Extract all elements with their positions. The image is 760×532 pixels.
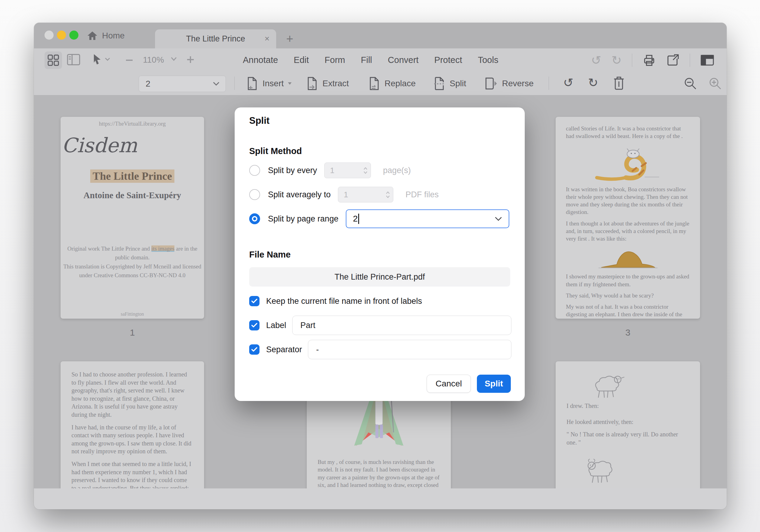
zoom-out-page-icon[interactable]	[684, 76, 697, 90]
checkbox-label[interactable]	[249, 320, 260, 331]
separator-input[interactable]: -	[308, 340, 511, 359]
menu-tools[interactable]: Tools	[478, 55, 499, 65]
page1-notes: Original work The Little Prince and its …	[61, 244, 204, 280]
cancel-button[interactable]: Cancel	[427, 375, 471, 393]
zoom-out-toolbar-button[interactable]	[125, 56, 134, 65]
menu-fill[interactable]: Fill	[361, 55, 372, 65]
delete-page-icon[interactable]	[613, 76, 625, 90]
traffic-light-minimize[interactable]	[57, 30, 66, 40]
page3-number-label: 3	[556, 328, 700, 339]
paragraph: I have had, in the course of my life, a …	[71, 423, 193, 456]
page-thumbnail-6[interactable]: I drew. Then: He looked attentively, the…	[556, 361, 700, 488]
paragraph: So I had to choose another profession. I…	[71, 371, 193, 419]
checkbox-separator[interactable]	[249, 344, 260, 355]
paragraph: It was written in the book, Boa constric…	[566, 186, 690, 216]
tab-document[interactable]: The Little Prince ×	[155, 29, 276, 48]
paragraph: called Stories of Life. It was a boa con…	[566, 125, 690, 140]
radio-split-by-every[interactable]	[249, 165, 260, 176]
split-average-count-stepper[interactable]: 1	[338, 187, 393, 202]
page1-book-title: The Little Prince	[61, 170, 204, 183]
replace-page-button[interactable]: Replace	[368, 72, 416, 95]
zoom-level-value[interactable]: 110%	[143, 55, 164, 65]
extract-page-icon	[306, 76, 318, 91]
plus-icon: +	[286, 32, 293, 46]
divider	[690, 54, 690, 67]
pages-suffix-label: page(s)	[383, 166, 411, 175]
split-by-every-label: Split by every	[268, 166, 317, 175]
divider	[234, 76, 235, 90]
toolbar-right-group: ↺ ↻	[591, 48, 714, 72]
page1-logo-text: Cisdem	[62, 134, 204, 157]
pdf-files-suffix-label: PDF files	[405, 190, 439, 200]
print-icon[interactable]	[642, 54, 656, 67]
toolbar-row-main: 110% Annotate Edit Form Fill Convert Pro…	[34, 48, 727, 72]
menu-edit[interactable]: Edit	[294, 55, 309, 65]
traffic-light-zoom[interactable]	[69, 30, 78, 40]
chevron-down-icon	[105, 58, 110, 61]
triangle-down-icon	[288, 82, 292, 85]
checkbox-keep-name[interactable]	[249, 296, 260, 306]
toolbar: 110% Annotate Edit Form Fill Convert Pro…	[34, 48, 727, 95]
page1-stamp: saFittington	[61, 311, 204, 317]
menu-convert[interactable]: Convert	[388, 55, 419, 65]
new-tab-button[interactable]: +	[281, 29, 299, 48]
separator-row: Separator	[249, 340, 302, 359]
label-input[interactable]: Part	[292, 316, 511, 335]
paragraph: When I met one that seemed to me a littl…	[71, 460, 193, 488]
split-by-every-row: Split by every 1 page(s)	[249, 161, 411, 179]
sidebar-panel-icon	[67, 53, 80, 66]
hat-drawing-illustration	[566, 246, 690, 270]
rotate-right-icon[interactable]: ↻	[588, 76, 598, 89]
thumbnail-view-button[interactable]	[44, 51, 62, 69]
traffic-light-close[interactable]	[44, 30, 54, 40]
reverse-page-label: Reverse	[502, 79, 534, 88]
cursor-icon	[93, 54, 102, 65]
split-every-count-stepper[interactable]: 1	[324, 162, 371, 178]
split-page-label: Split	[450, 79, 466, 88]
tab-home-label: Home	[102, 31, 125, 41]
page1-note2: This translation is Copyrighted by Jeff …	[61, 262, 204, 280]
tab-document-label: The Little Prince	[186, 34, 245, 44]
radio-split-by-page-range[interactable]	[249, 213, 260, 224]
caption-line: I drew. Then:	[566, 402, 689, 410]
insert-page-label: Insert	[262, 79, 284, 88]
page-thumbnail-1[interactable]: https://TheVirtualLibrary.org Cisdem The…	[61, 117, 204, 319]
menu-protect[interactable]: Protect	[434, 55, 462, 65]
chevron-down-icon[interactable]	[495, 217, 502, 221]
file-name-field: The Little Prince-Part.pdf	[249, 267, 510, 287]
redo-icon[interactable]: ↻	[612, 54, 622, 66]
zoom-in-toolbar-button[interactable]	[186, 55, 195, 64]
split-by-page-range-label: Split by page range	[268, 214, 339, 224]
insert-page-button[interactable]: Insert	[246, 72, 292, 95]
split-page-button[interactable]: Split	[433, 72, 466, 95]
split-method-heading: Split Method	[249, 146, 302, 156]
zoom-in-page-icon[interactable]	[708, 76, 722, 90]
split-confirm-button[interactable]: Split	[477, 375, 511, 393]
page-range-combobox[interactable]: 2	[346, 209, 509, 228]
rotate-left-icon[interactable]: ↺	[563, 76, 574, 89]
stepper-arrows-icon[interactable]	[363, 167, 367, 174]
reverse-page-button[interactable]: Reverse	[484, 72, 534, 95]
page-number-dropdown[interactable]: 2	[139, 76, 226, 92]
page1-url-text: https://TheVirtualLibrary.org	[61, 120, 204, 127]
sheep-sketch-2	[579, 457, 689, 487]
label-checkbox-label: Label	[266, 321, 286, 330]
zoom-chevron-icon[interactable]	[171, 57, 177, 61]
close-tab-icon[interactable]: ×	[264, 34, 269, 44]
page-thumbnail-3[interactable]: called Stories of Life. It was a boa con…	[556, 117, 700, 319]
undo-icon[interactable]: ↺	[591, 54, 601, 66]
text-caret	[358, 214, 359, 224]
boa-swallowing-illustration	[566, 144, 690, 183]
page-thumbnail-4[interactable]: So I had to choose another profession. I…	[61, 361, 204, 488]
extract-page-button[interactable]: Extract	[306, 72, 349, 95]
menu-annotate[interactable]: Annotate	[243, 55, 278, 65]
menu-form[interactable]: Form	[325, 55, 345, 65]
radio-split-averagely[interactable]	[249, 189, 260, 200]
sidebar-panel-button[interactable]	[67, 53, 80, 66]
tab-home[interactable]: Home	[87, 23, 125, 48]
layout-panel-icon[interactable]	[700, 54, 714, 66]
page-range-value: 2	[353, 214, 358, 224]
stepper-arrows-icon[interactable]	[386, 192, 390, 198]
select-tool-button[interactable]	[93, 54, 110, 65]
share-export-icon[interactable]	[666, 54, 680, 67]
